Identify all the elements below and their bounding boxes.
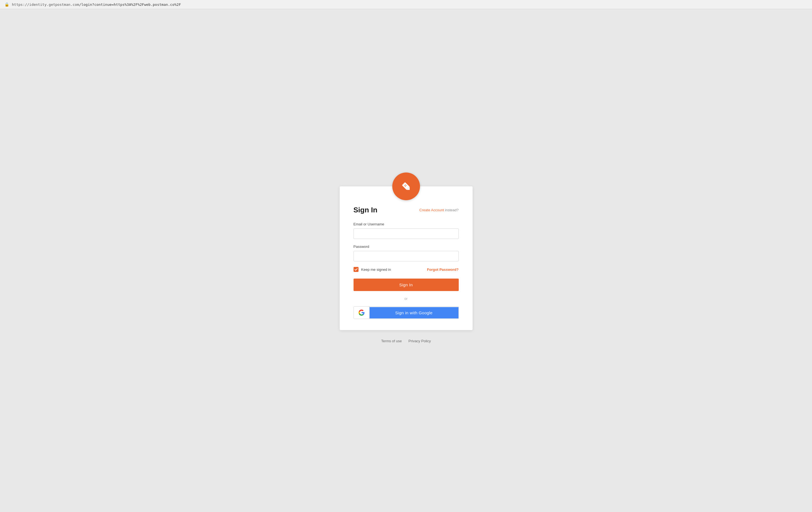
logo-wrapper (392, 172, 420, 200)
checkbox-row: Keep me signed in Forgot Password? (353, 267, 459, 272)
google-icon (358, 309, 365, 316)
email-input[interactable] (353, 228, 459, 239)
google-icon-wrapper (354, 307, 370, 319)
postman-logo (392, 172, 420, 200)
email-form-group: Email or Username (353, 222, 459, 239)
login-card: Sign In Create Account instead? Email or… (340, 187, 472, 330)
url-base: https://identity.getpostman.com (12, 2, 79, 7)
footer-links: Terms of use Privacy Policy (381, 339, 431, 343)
password-form-group: Password (353, 245, 459, 261)
browser-bar: 🔒 https://identity.getpostman.com/login?… (0, 0, 812, 9)
postman-icon (398, 179, 414, 194)
terms-of-use-link[interactable]: Terms of use (381, 339, 402, 343)
create-account-text: Create Account instead? (419, 208, 459, 212)
lock-icon: 🔒 (4, 2, 9, 7)
sign-in-title: Sign In (353, 206, 378, 214)
password-label: Password (353, 245, 459, 249)
email-label: Email or Username (353, 222, 459, 226)
page-content: Sign In Create Account instead? Email or… (0, 9, 812, 512)
checkmark-icon (354, 268, 358, 271)
card-header: Sign In Create Account instead? (353, 206, 459, 214)
forgot-password-link[interactable]: Forgot Password? (427, 267, 459, 272)
keep-signed-in-label: Keep me signed in (361, 267, 391, 272)
create-account-link[interactable]: Create Account (419, 208, 444, 212)
url-path: /login?continue=https%3A%2F%2Fweb.postma… (79, 2, 181, 7)
google-sign-in-button[interactable]: Sign in with Google (353, 306, 459, 319)
keep-signed-in-group: Keep me signed in (353, 267, 391, 272)
privacy-policy-link[interactable]: Privacy Policy (408, 339, 431, 343)
google-button-label: Sign in with Google (370, 307, 459, 318)
url-bar: https://identity.getpostman.com/login?co… (12, 2, 181, 7)
password-input[interactable] (353, 251, 459, 261)
sign-in-button[interactable]: Sign In (353, 279, 459, 291)
or-divider: or (353, 296, 459, 301)
keep-signed-in-checkbox[interactable] (353, 267, 358, 272)
